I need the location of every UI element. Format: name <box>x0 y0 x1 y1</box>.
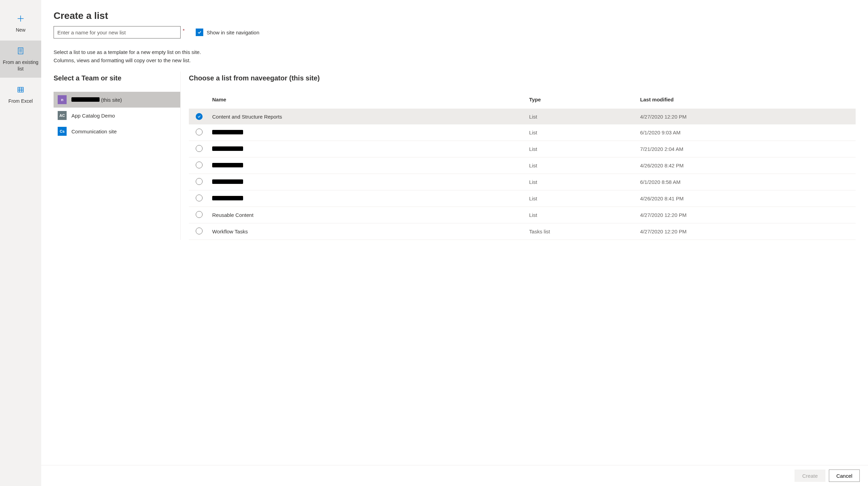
site-list: n (this site)ACApp Catalog DemoCsCommuni… <box>54 92 180 139</box>
cell-name <box>209 157 526 174</box>
site-item[interactable]: ACApp Catalog Demo <box>54 108 180 123</box>
row-selector[interactable] <box>189 157 209 174</box>
row-selector[interactable] <box>189 124 209 141</box>
cell-type: List <box>526 157 637 174</box>
cell-type: List <box>526 207 637 223</box>
table-row[interactable]: Reusable ContentList4/27/2020 12:20 PM <box>189 207 856 223</box>
row-selector[interactable] <box>189 207 209 223</box>
cell-name <box>209 190 526 207</box>
redacted-text <box>71 97 100 102</box>
radio-unchecked-icon <box>196 211 203 218</box>
radio-unchecked-icon <box>196 195 203 201</box>
row-selector[interactable] <box>189 190 209 207</box>
intro-text: Select a list to use as a template for a… <box>54 48 856 65</box>
cell-modified: 7/21/2020 2:04 AM <box>637 141 856 157</box>
site-item[interactable]: n (this site) <box>54 92 180 108</box>
sidebar-item-label: New <box>16 27 25 33</box>
list-table: Name Type Last modified Content and Stru… <box>189 92 856 240</box>
radio-unchecked-icon <box>196 162 203 168</box>
sidebar-item-from-existing-list[interactable]: From an existing list <box>0 41 41 78</box>
cancel-button[interactable]: Cancel <box>829 470 860 482</box>
redacted-text <box>212 196 243 200</box>
create-button[interactable]: Create <box>795 470 825 482</box>
site-item-label: Communication site <box>71 129 117 134</box>
name-row: * Show in site navigation <box>54 26 856 38</box>
row-selector[interactable] <box>189 223 209 240</box>
site-badge-icon: Cs <box>58 127 67 136</box>
cell-modified: 4/27/2020 12:20 PM <box>637 223 856 240</box>
cell-name: Workflow Tasks <box>209 223 526 240</box>
sidebar-item-new[interactable]: New <box>0 6 41 41</box>
cell-type: List <box>526 141 637 157</box>
column-header-select <box>189 92 209 109</box>
table-row[interactable]: List4/26/2020 8:42 PM <box>189 157 856 174</box>
cell-name <box>209 141 526 157</box>
cell-type: List <box>526 174 637 190</box>
cell-name: Reusable Content <box>209 207 526 223</box>
radio-unchecked-icon <box>196 228 203 234</box>
column-header-name[interactable]: Name <box>209 92 526 109</box>
main-panel: Create a list * Show in site navigation … <box>41 0 868 486</box>
site-item[interactable]: CsCommunication site <box>54 123 180 139</box>
site-item-label: App Catalog Demo <box>71 113 115 119</box>
redacted-text <box>212 146 243 151</box>
site-badge-icon: AC <box>58 111 67 120</box>
intro-line: Select a list to use as a template for a… <box>54 48 856 56</box>
cell-name: Content and Structure Reports <box>209 109 526 124</box>
table-row[interactable]: Workflow TasksTasks list4/27/2020 12:20 … <box>189 223 856 240</box>
redacted-text <box>212 163 243 167</box>
site-picker-panel: Select a Team or site n (this site)ACApp… <box>54 71 181 240</box>
site-picker-heading: Select a Team or site <box>54 74 180 82</box>
cell-modified: 4/26/2020 8:42 PM <box>637 157 856 174</box>
cell-modified: 6/1/2020 9:03 AM <box>637 124 856 141</box>
plus-icon <box>16 14 25 23</box>
table-row[interactable]: List6/1/2020 9:03 AM <box>189 124 856 141</box>
cell-type: List <box>526 124 637 141</box>
sidebar: New From an existing list <box>0 0 41 486</box>
site-badge-icon: n <box>58 95 67 104</box>
site-item-label: (this site) <box>71 97 122 103</box>
sidebar-item-label: From Excel <box>9 98 33 104</box>
sidebar-item-from-excel[interactable]: From Excel <box>0 78 41 112</box>
row-selector[interactable] <box>189 109 209 124</box>
cell-name <box>209 124 526 141</box>
page-title: Create a list <box>54 10 856 21</box>
redacted-text <box>212 130 243 134</box>
checkbox-label: Show in site navigation <box>207 30 259 35</box>
cell-modified: 4/27/2020 12:20 PM <box>637 207 856 223</box>
svg-rect-2 <box>18 48 23 54</box>
table-row[interactable]: List4/26/2020 8:41 PM <box>189 190 856 207</box>
show-in-nav-checkbox[interactable]: Show in site navigation <box>196 29 259 36</box>
required-indicator: * <box>183 26 185 33</box>
radio-unchecked-icon <box>196 129 203 135</box>
cell-modified: 6/1/2020 8:58 AM <box>637 174 856 190</box>
row-selector[interactable] <box>189 174 209 190</box>
redacted-text <box>212 179 243 184</box>
grid-icon <box>16 85 25 95</box>
cell-type: Tasks list <box>526 223 637 240</box>
row-selector[interactable] <box>189 141 209 157</box>
sidebar-item-label: From an existing list <box>2 59 39 72</box>
list-file-icon <box>16 46 25 56</box>
content-scroll: Create a list * Show in site navigation … <box>41 0 868 465</box>
radio-checked-icon <box>196 113 203 120</box>
column-header-modified[interactable]: Last modified <box>637 92 856 109</box>
cell-type: List <box>526 109 637 124</box>
cell-modified: 4/26/2020 8:41 PM <box>637 190 856 207</box>
table-row[interactable]: Content and Structure ReportsList4/27/20… <box>189 109 856 124</box>
cell-name <box>209 174 526 190</box>
intro-line: Columns, views and formatting will copy … <box>54 56 856 65</box>
dialog-footer: Create Cancel <box>41 465 868 486</box>
checkmark-icon <box>196 29 203 36</box>
radio-unchecked-icon <box>196 145 203 152</box>
cell-type: List <box>526 190 637 207</box>
columns: Select a Team or site n (this site)ACApp… <box>54 71 856 240</box>
table-row[interactable]: List7/21/2020 2:04 AM <box>189 141 856 157</box>
list-picker-panel: Choose a list from naveegator (this site… <box>189 71 856 240</box>
table-row[interactable]: List6/1/2020 8:58 AM <box>189 174 856 190</box>
list-name-input[interactable] <box>54 26 181 38</box>
column-header-type[interactable]: Type <box>526 92 637 109</box>
radio-unchecked-icon <box>196 178 203 185</box>
app-root: New From an existing list <box>0 0 868 486</box>
svg-rect-6 <box>18 87 23 92</box>
